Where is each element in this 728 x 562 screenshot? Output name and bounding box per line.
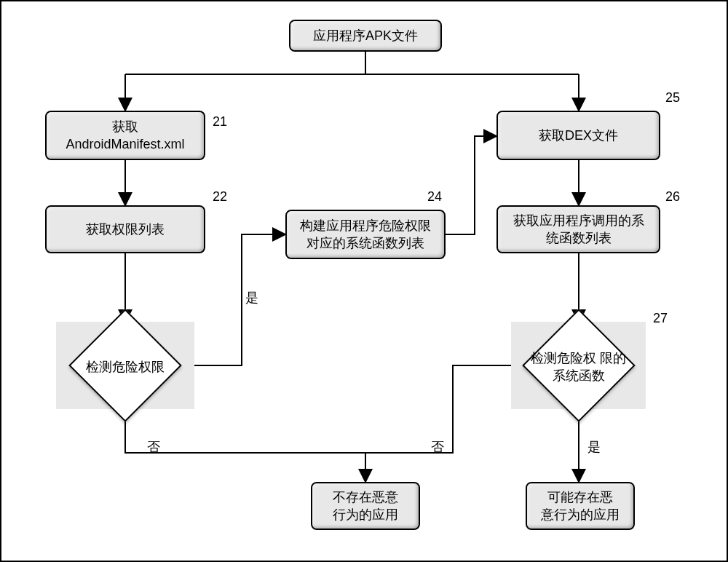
no-malicious-label: 不存在恶意 行为的应用 <box>333 488 398 524</box>
box-26-get-called-funcs: 获取应用程序调用的系 统函数列表 <box>496 205 660 253</box>
box-22-label: 获取权限列表 <box>86 221 165 238</box>
num-26: 26 <box>665 189 680 205</box>
num-21: 21 <box>213 114 227 130</box>
num-24: 24 <box>427 189 442 205</box>
edge-27-no: 否 <box>431 438 444 456</box>
num-22: 22 <box>213 189 227 205</box>
box-24-label: 构建应用程序危险权限 对应的系统函数列表 <box>300 217 431 253</box>
edge-23-no: 否 <box>147 438 160 456</box>
box-26-label: 获取应用程序调用的系 统函数列表 <box>513 212 644 248</box>
box-possible-malicious: 可能存在恶 意行为的应用 <box>526 482 635 530</box>
box-24-build-func-list: 构建应用程序危险权限 对应的系统函数列表 <box>285 210 446 259</box>
start-label: 应用程序APK文件 <box>313 27 418 44</box>
box-25-label: 获取DEX文件 <box>539 127 618 144</box>
box-21-label: 获取 AndroidManifest.xml <box>66 118 184 154</box>
num-25: 25 <box>665 90 680 106</box>
edge-27-yes: 是 <box>587 438 601 456</box>
start-apk-file: 应用程序APK文件 <box>289 20 442 52</box>
possible-malicious-label: 可能存在恶 意行为的应用 <box>541 488 620 524</box>
decision-23-label: 检测危险权限 <box>74 358 176 376</box>
num-27: 27 <box>653 311 668 326</box>
edge-23-yes: 是 <box>245 289 258 306</box>
box-25-get-dex: 获取DEX文件 <box>496 111 660 160</box>
decision-27-label: 检测危险权 限的系统函数 <box>526 349 631 385</box>
box-21-get-manifest: 获取 AndroidManifest.xml <box>45 111 205 160</box>
box-no-malicious: 不存在恶意 行为的应用 <box>311 482 420 530</box>
flowchart-arrows <box>1 1 728 562</box>
box-22-get-permissions: 获取权限列表 <box>45 205 205 253</box>
